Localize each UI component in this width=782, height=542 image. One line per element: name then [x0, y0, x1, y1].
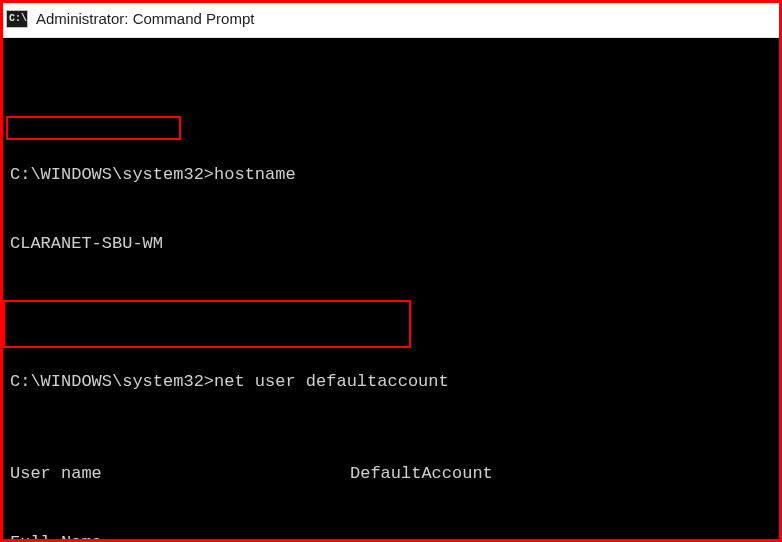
- row-user-name: User nameDefaultAccount: [10, 462, 776, 485]
- terminal-output[interactable]: C:\WINDOWS\system32>hostname CLARANET-SB…: [0, 38, 782, 542]
- highlight-hostname: [6, 116, 181, 140]
- titlebar[interactable]: C:\ Administrator: Command Prompt: [0, 0, 782, 38]
- hostname-output: CLARANET-SBU-WM: [10, 232, 776, 255]
- blank-line: [10, 301, 776, 324]
- cmd-line-hostname: C:\WINDOWS\system32>hostname: [10, 163, 776, 186]
- cmd-line-netuser: C:\WINDOWS\system32>net user defaultacco…: [10, 370, 776, 393]
- blank-line: [10, 94, 776, 117]
- row-full-name: Full Name: [10, 531, 776, 542]
- window-title: Administrator: Command Prompt: [36, 10, 254, 27]
- cmd-icon: C:\: [6, 10, 28, 28]
